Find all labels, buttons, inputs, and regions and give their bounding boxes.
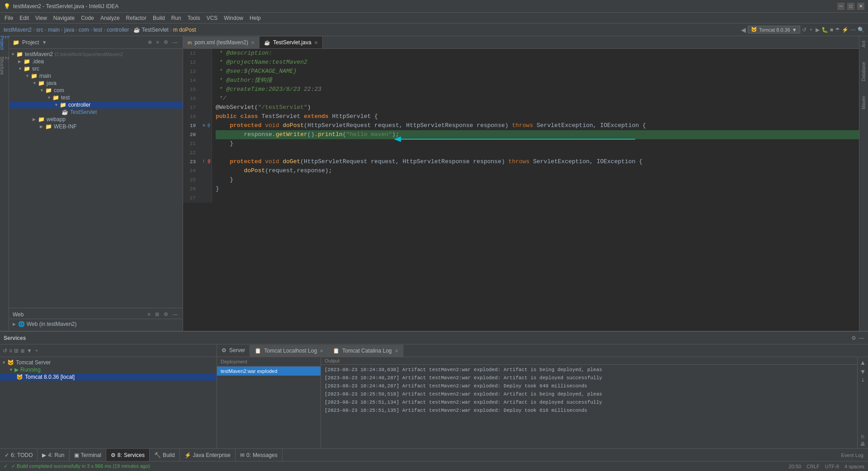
menu-help[interactable]: Help	[247, 14, 264, 22]
menu-build[interactable]: Build	[150, 14, 168, 22]
breadcrumb-class[interactable]: ☕ TestServlet	[133, 27, 168, 33]
breadcrumb-project[interactable]: testMaven2	[4, 27, 32, 33]
structure-tool-btn[interactable]: 2: Structure	[0, 61, 9, 70]
menu-edit[interactable]: Edit	[17, 14, 32, 22]
web-btn2[interactable]: ⊞	[154, 311, 160, 318]
services-group-btn[interactable]: ⊞	[14, 348, 19, 354]
tree-item-main[interactable]: ▼ 📁 main	[9, 72, 183, 80]
services-collapse-btn[interactable]: ≡	[9, 348, 12, 354]
menu-tools[interactable]: Tools	[185, 14, 203, 22]
refresh-icon[interactable]: ↺	[802, 27, 807, 33]
breadcrumb-com[interactable]: com	[79, 27, 89, 33]
more-config-icon[interactable]: ⋯	[850, 27, 856, 33]
tab-run[interactable]: ▶ 4: Run	[38, 449, 69, 461]
tab-pom[interactable]: m pom.xml (testMaven2) ✕	[183, 37, 259, 48]
menu-file[interactable]: File	[2, 14, 16, 22]
menu-analyze[interactable]: Analyze	[98, 14, 123, 22]
maven-panel-btn[interactable]: Maven	[860, 93, 867, 112]
tree-item-testservlet[interactable]: ☕ TestServlet	[9, 108, 183, 116]
services-hide-btn[interactable]: —	[859, 335, 864, 341]
profile-icon[interactable]: ⚡	[842, 27, 849, 33]
menu-vcs[interactable]: VCS	[204, 14, 221, 22]
tree-item-src[interactable]: ▼ 📁 src	[9, 65, 183, 72]
deployment-item-war[interactable]: testMaven2:war exploded	[217, 367, 321, 376]
back-nav-icon[interactable]: ◀	[741, 26, 746, 33]
tree-item-idea[interactable]: ▶ 📁 .idea	[9, 58, 183, 65]
tab-testservlet[interactable]: ☕ TestServlet.java ✕	[259, 37, 323, 48]
tab-messages[interactable]: ✉ 0: Messages	[236, 449, 283, 461]
menu-run[interactable]: Run	[169, 14, 184, 22]
locate-file-btn[interactable]: ⊕	[146, 39, 153, 46]
localhost-tab-close[interactable]: ✕	[320, 349, 323, 353]
run-config-icon[interactable]: ▶	[816, 27, 820, 33]
collapse-all-btn[interactable]: ≡	[155, 39, 160, 46]
pom-close-icon[interactable]: ✕	[251, 40, 255, 45]
services-filter-btn[interactable]: ≣	[20, 348, 25, 354]
service-running[interactable]: ▼ ▶ Running	[0, 366, 217, 373]
services-refresh-btn[interactable]: ↺	[3, 348, 7, 354]
project-tool-btn[interactable]: 1: Project	[0, 39, 9, 47]
menu-navigate[interactable]: Navigate	[51, 14, 77, 22]
print-output-btn[interactable]: 🖶	[860, 441, 865, 447]
breadcrumb-src[interactable]: src	[36, 27, 43, 33]
add-config-icon[interactable]: ＋	[808, 26, 814, 33]
sidebar-dropdown-icon[interactable]: ▼	[42, 39, 47, 46]
ant-panel-btn[interactable]: Ant	[860, 38, 867, 50]
code-lines[interactable]: * @description: * @projectName:testMaven…	[212, 49, 859, 203]
indent-indicator[interactable]: 4 spaces	[844, 464, 864, 469]
web-btn4[interactable]: —	[171, 311, 179, 318]
line-ending-indicator[interactable]: CRLF	[807, 464, 820, 469]
hide-btn[interactable]: —	[171, 39, 179, 46]
web-btn1[interactable]: ≡	[146, 311, 152, 318]
tree-item-testmaven2[interactable]: ▼ 📁 testMaven2 D:\ideaWorkSpace\testMave…	[9, 51, 183, 58]
testservlet-close-icon[interactable]: ✕	[314, 40, 318, 45]
breadcrumb-method[interactable]: m doPost	[173, 27, 196, 33]
log-tab-localhost[interactable]: 📋 Tomcat Localhost Log ✕	[250, 345, 328, 357]
log-tab-catalina[interactable]: 📋 Tomcat Catalina Log ✕	[328, 345, 403, 357]
tomcat-selector[interactable]: 🐱 Tomcat 8.0.36 ▼	[748, 26, 800, 33]
maximize-button[interactable]: □	[847, 3, 854, 10]
service-tomcat-local[interactable]: 🐱 Tomcat 8.0.36 [local]	[0, 373, 217, 381]
tab-todo[interactable]: ✓ 6: TODO	[0, 449, 38, 461]
tree-item-webinf[interactable]: ▶ 📁 WEB-INF	[9, 123, 183, 130]
tree-item-com[interactable]: ▼ 📁 com	[9, 87, 183, 94]
menu-code[interactable]: Code	[78, 14, 97, 22]
breadcrumb-java[interactable]: java	[64, 27, 74, 33]
log-tab-server[interactable]: ⚙ Server	[217, 345, 250, 357]
line-col-indicator[interactable]: 20:50	[789, 464, 802, 469]
menu-window[interactable]: Window	[221, 14, 246, 22]
services-settings-btn[interactable]: ⚙	[851, 335, 856, 341]
scroll-end-btn[interactable]: ⤓	[861, 377, 865, 383]
menu-view[interactable]: View	[33, 14, 50, 22]
service-tomcat-server[interactable]: ▼ 🐱 Tomcat Server	[0, 359, 217, 366]
event-log-btn[interactable]: Event Log	[836, 452, 868, 458]
scroll-up-btn[interactable]: ▲	[860, 359, 866, 366]
copy-output-btn[interactable]: ⎘	[861, 434, 864, 439]
tree-item-java[interactable]: ▼ 📁 java	[9, 80, 183, 87]
stop-config-icon[interactable]: ■	[830, 27, 833, 33]
tab-services[interactable]: ⚙ 8: Services	[106, 449, 150, 461]
output-content[interactable]: [2023-08-23 10:24:39,638] Artifact testM…	[321, 365, 857, 448]
tree-item-test-pkg[interactable]: ▼ 📁 test	[9, 94, 183, 101]
tree-item-web[interactable]: ▶ 🌐 Web (in testMaven2)	[9, 319, 183, 329]
tab-build[interactable]: 🔨 Build	[150, 449, 180, 461]
breadcrumb-main[interactable]: main	[48, 27, 60, 33]
debug-config-icon[interactable]: 🐛	[821, 27, 828, 33]
close-button[interactable]: ✕	[857, 3, 864, 10]
web-btn3[interactable]: ⚙	[162, 311, 170, 318]
minimize-button[interactable]: ─	[837, 3, 844, 10]
coverage-icon[interactable]: ☂	[835, 27, 840, 33]
tab-terminal[interactable]: ▣ Terminal	[70, 449, 106, 461]
database-panel-btn[interactable]: Database	[860, 59, 867, 84]
menu-refactor[interactable]: Refactor	[123, 14, 149, 22]
encoding-indicator[interactable]: UTF-8	[825, 464, 839, 469]
editor-content[interactable]: 11 12 13 14 15 16 17 18 19 20 21 22 23 2…	[183, 49, 859, 331]
services-sort-btn[interactable]: ▼	[27, 348, 32, 354]
breadcrumb-controller[interactable]: controller	[107, 27, 129, 33]
search-everywhere-icon[interactable]: 🔍	[858, 27, 864, 33]
scroll-down-btn[interactable]: ▼	[860, 368, 866, 375]
tab-java-enterprise[interactable]: ⚡ Java Enterprise	[180, 449, 236, 461]
breadcrumb-test[interactable]: test	[94, 27, 102, 33]
services-add-btn[interactable]: ＋	[34, 347, 39, 354]
tree-item-controller[interactable]: ▼ 📁 controller	[9, 101, 183, 108]
